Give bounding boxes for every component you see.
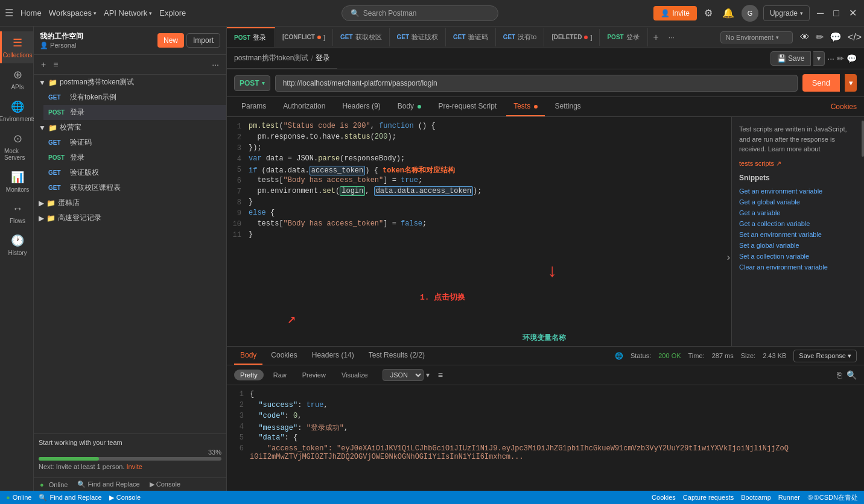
tests-scripts-link[interactable]: tests scripts ↗ — [739, 160, 781, 167]
req-tab-prerequest[interactable]: Pre-request Script — [431, 97, 504, 116]
import-button[interactable]: Import — [186, 33, 220, 48]
new-button[interactable]: New — [157, 33, 184, 48]
nav-workspaces[interactable]: Workspaces ▾ — [49, 8, 97, 17]
breadcrumb-parent[interactable]: postman携带token测试 — [234, 53, 308, 63]
filter-icon-resp[interactable]: ≡ — [438, 370, 443, 380]
url-input[interactable] — [275, 75, 798, 92]
snippet-set-global[interactable]: Set a global variable — [739, 240, 857, 251]
send-dropdown[interactable]: ▾ — [845, 74, 857, 92]
find-replace-link[interactable]: 🔍 Find and Replace — [39, 494, 101, 502]
find-replace[interactable]: 🔍 Find and Replace — [77, 480, 139, 488]
upgrade-button[interactable]: Upgrade ▾ — [763, 5, 810, 21]
req-tab-params[interactable]: Params — [234, 97, 273, 116]
snippet-clear-env[interactable]: Clear an environment variable — [739, 262, 857, 272]
save-response-button[interactable]: Save Response ▾ — [793, 350, 857, 362]
sidebar-item-collections[interactable]: ☰ Collections — [0, 31, 33, 63]
bootcamp-status[interactable]: Bootcamp — [741, 494, 771, 501]
tree-item-get-courses[interactable]: GET 获取校区课程表 — [43, 180, 226, 195]
tab-post-login2[interactable]: POST 登录 — [600, 28, 648, 46]
cookies-link[interactable]: Cookies — [831, 102, 857, 111]
snippet-get-global[interactable]: Get a global variable — [739, 197, 857, 207]
console-status[interactable]: ▶ Console — [109, 494, 141, 502]
tree-group-3-header[interactable]: ▶ 📁 蛋糕店 — [34, 195, 226, 210]
comment-icon[interactable]: 💬 — [827, 29, 844, 45]
tree-item-post-login2[interactable]: POST 登录 — [43, 150, 226, 165]
more-actions-icon[interactable]: ··· — [827, 54, 834, 63]
tree-item-post-login[interactable]: POST 登录 — [43, 105, 226, 120]
snippet-get-env[interactable]: Get an environment variable — [739, 186, 857, 197]
snippet-get-var[interactable]: Get a variable — [739, 207, 857, 218]
comment-req-icon[interactable]: 💬 — [847, 54, 857, 63]
scrollbar-thumb[interactable] — [862, 121, 864, 157]
method-select[interactable]: POST ▾ — [234, 75, 270, 91]
eye-icon[interactable]: 👁 — [798, 30, 812, 45]
minimize-icon[interactable]: ─ — [815, 5, 826, 21]
tab-get-fetch[interactable]: GET 获取校区 — [333, 28, 390, 46]
tab-get-noto[interactable]: GET 没有to — [496, 28, 545, 46]
nav-explore[interactable]: Explore — [159, 8, 186, 17]
more-options-icon[interactable]: ··· — [209, 58, 221, 71]
invite-button[interactable]: 👤 Invite — [653, 6, 697, 20]
avatar[interactable]: G — [742, 5, 758, 22]
sidebar-item-history[interactable]: 🕐 History — [0, 229, 33, 261]
tab-conflict[interactable]: [CONFLICT ] — [275, 29, 333, 46]
copy-icon[interactable]: ⎘ — [837, 370, 842, 380]
search-resp-icon[interactable]: 🔍 — [847, 370, 857, 380]
console-link[interactable]: ▶ Console — [150, 480, 180, 488]
save-dropdown-icon[interactable]: ▾ — [813, 51, 825, 66]
req-tab-auth[interactable]: Authorization — [276, 97, 332, 116]
nav-home[interactable]: Home — [21, 8, 42, 17]
send-button[interactable]: Send — [802, 74, 840, 92]
tab-deleted[interactable]: [DELETED ] — [544, 29, 600, 46]
maximize-icon[interactable]: □ — [831, 5, 842, 21]
capture-status[interactable]: Capture requests — [683, 494, 734, 501]
status-online[interactable]: ● Online — [6, 494, 31, 501]
tab-post-login[interactable]: POST 登录 — [227, 27, 275, 47]
sidebar-item-flows[interactable]: ↔ Flows — [0, 198, 33, 229]
add-tab-icon[interactable]: + — [648, 27, 663, 48]
runner-status[interactable]: Runner — [778, 494, 800, 501]
settings-icon[interactable]: ⚙ — [702, 5, 715, 21]
sidebar-item-apis[interactable]: ⊕ APIs — [0, 63, 33, 95]
tree-item-get-rights[interactable]: GET 验证版权 — [43, 165, 226, 180]
sidebar-item-mock-servers[interactable]: ⊙ Mock Servers — [0, 127, 33, 166]
edit-icon[interactable]: ✏ — [813, 29, 826, 45]
format-visualize[interactable]: Visualize — [335, 370, 374, 380]
tree-group-2-header[interactable]: ▼ 📁 校营宝 — [34, 120, 226, 135]
nav-api-network[interactable]: API Network ▾ — [104, 8, 152, 17]
snippet-set-collection[interactable]: Set a collection variable — [739, 251, 857, 262]
resp-tab-cookies[interactable]: Cookies — [265, 347, 303, 365]
close-icon[interactable]: ✕ — [847, 5, 859, 21]
format-preview[interactable]: Preview — [296, 370, 332, 380]
save-button[interactable]: 💾 Save — [770, 51, 812, 66]
format-pretty[interactable]: Pretty — [234, 370, 264, 380]
tree-item-get-verify[interactable]: GET 验证码 — [43, 135, 226, 150]
invite-link[interactable]: Invite — [127, 463, 142, 470]
req-tab-settings[interactable]: Settings — [547, 97, 588, 116]
resp-tab-headers[interactable]: Headers (14) — [306, 347, 360, 365]
share-icon[interactable]: ✏ — [837, 54, 844, 63]
snippet-set-env[interactable]: Set an environment variable — [739, 229, 857, 240]
tree-group-4-header[interactable]: ▶ 📁 高速登记记录 — [34, 210, 226, 225]
notification-icon[interactable]: 🔔 — [720, 5, 737, 21]
add-collection-icon[interactable]: + — [39, 58, 48, 71]
env-selector[interactable]: No Environment ▾ — [720, 31, 793, 43]
code-icon[interactable]: </> — [845, 30, 864, 45]
sidebar-item-monitors[interactable]: 📊 Monitors — [0, 166, 33, 198]
filter-icon[interactable]: ≡ — [51, 58, 60, 71]
tab-get-verify[interactable]: GET 验证码 — [446, 28, 496, 46]
format-raw[interactable]: Raw — [267, 370, 293, 380]
json-format-select[interactable]: JSON — [383, 369, 424, 381]
tree-group-1-header[interactable]: ▼ 📁 postman携带token测试 — [34, 75, 226, 90]
menu-icon[interactable]: ☰ — [5, 7, 13, 19]
search-input[interactable]: 🔍 Search Postman — [341, 5, 498, 21]
tab-get-rights[interactable]: GET 验证版权 — [390, 28, 446, 46]
cookies-status[interactable]: Cookies — [652, 494, 676, 501]
req-tab-headers[interactable]: Headers (9) — [335, 97, 387, 116]
tab-more-icon[interactable]: ··· — [664, 28, 679, 46]
code-editor[interactable]: 1 pm.test("Status code is 200", function… — [227, 117, 731, 346]
sidebar-item-environments[interactable]: 🌐 Environments — [0, 95, 33, 127]
snippet-get-collection[interactable]: Get a collection variable — [739, 218, 857, 229]
req-tab-body[interactable]: Body — [390, 97, 429, 116]
tree-item-get-notoken[interactable]: GET 没有token示例 — [43, 90, 226, 105]
